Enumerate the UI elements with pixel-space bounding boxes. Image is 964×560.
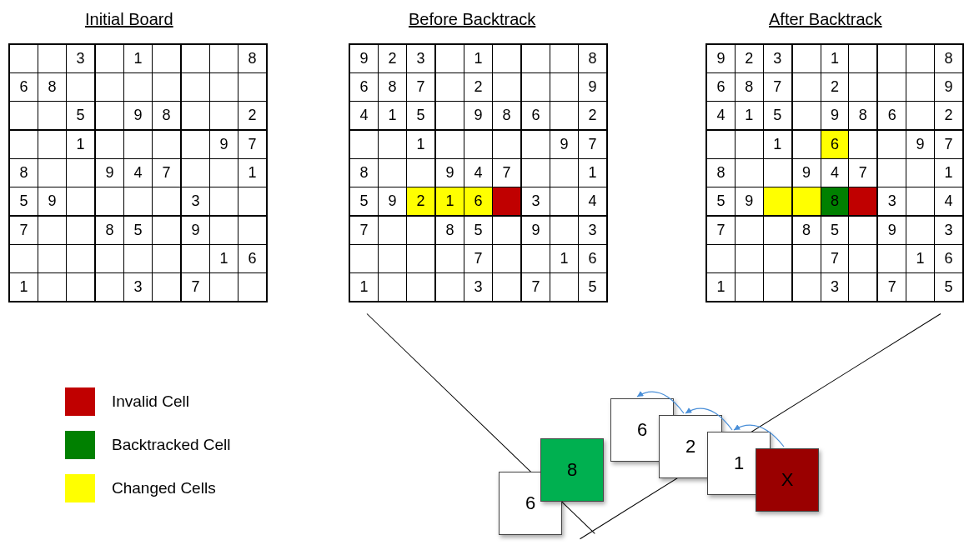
before-cell-4-0: 8 [349,159,379,188]
after-cell-4-3: 9 [792,159,821,188]
initial-cell-0-5 [153,44,182,73]
before-cell-7-6 [521,245,550,273]
after-cell-1-8: 9 [935,73,964,102]
before-cell-2-8: 2 [579,102,608,131]
initial-cell-5-0: 5 [9,188,38,217]
title-initial: Initial Board [85,10,173,29]
before-cell-0-5 [493,44,522,73]
before-cell-0-1: 2 [379,44,407,73]
before-cell-7-2 [407,245,436,273]
before-cell-4-6 [521,159,550,188]
initial-cell-6-2 [67,216,96,245]
after-cell-8-6: 7 [877,273,906,302]
initial-cell-0-1 [38,44,67,73]
before-cell-1-2: 7 [407,73,436,102]
after-cell-3-2: 1 [763,130,791,159]
initial-cell-8-3 [95,273,124,302]
after-cell-4-7 [906,159,935,188]
after-cell-3-8: 7 [935,130,964,159]
before-cell-1-7 [550,73,579,102]
before-cell-1-1: 8 [379,73,407,102]
before-cell-8-0: 1 [349,273,379,302]
after-cell-3-0 [706,130,735,159]
initial-cell-0-3 [95,44,124,73]
initial-cell-8-2 [67,273,96,302]
before-cell-4-1 [379,159,407,188]
after-cell-5-5 [849,188,877,217]
after-cell-4-2 [763,159,791,188]
before-cell-6-8: 3 [579,216,608,245]
before-cell-5-5 [493,188,522,217]
before-cell-0-8: 8 [579,44,608,73]
swatch-invalid [65,388,95,416]
after-cell-0-0: 9 [706,44,735,73]
after-cell-3-4: 6 [821,130,849,159]
before-cell-5-8: 4 [579,188,608,217]
board-initial: 31868598219789471593785916137 [8,43,268,302]
initial-cell-3-2: 1 [67,130,96,159]
initial-cell-0-4: 1 [124,44,153,73]
initial-cell-2-2: 5 [67,102,96,131]
initial-cell-7-1 [38,245,67,273]
before-cell-8-7 [550,273,579,302]
initial-cell-3-8: 7 [238,130,268,159]
before-cell-7-0 [349,245,379,273]
before-cell-4-7 [550,159,579,188]
initial-cell-3-1 [38,130,67,159]
before-cell-3-1 [379,130,407,159]
initial-cell-2-1 [38,102,67,131]
before-cell-6-6: 9 [521,216,550,245]
before-cell-5-3: 1 [435,188,464,217]
initial-cell-2-6 [181,102,210,131]
initial-cell-1-5 [153,73,182,102]
initial-cell-4-3: 9 [95,159,124,188]
after-cell-0-3 [792,44,821,73]
initial-cell-7-0 [9,245,38,273]
before-cell-4-4: 4 [464,159,493,188]
after-cell-1-1: 8 [735,73,763,102]
before-cell-0-3 [435,44,464,73]
board-before: 9231868729415986219789471592163478593716… [349,43,608,302]
initial-cell-0-6 [181,44,210,73]
before-cell-4-2 [407,159,436,188]
initial-cell-1-7 [210,73,238,102]
initial-cell-0-0 [9,44,38,73]
before-cell-2-4: 9 [464,102,493,131]
after-cell-0-1: 2 [735,44,763,73]
initial-cell-4-7 [210,159,238,188]
after-cell-6-6: 9 [877,216,906,245]
initial-cell-6-1 [38,216,67,245]
initial-cell-6-7 [210,216,238,245]
before-cell-2-6: 6 [521,102,550,131]
after-cell-4-0: 8 [706,159,735,188]
after-cell-1-3 [792,73,821,102]
before-cell-5-2: 2 [407,188,436,217]
after-cell-7-0 [706,245,735,273]
initial-cell-5-4 [124,188,153,217]
legend-label-invalid: Invalid Cell [112,392,189,411]
initial-cell-6-4: 5 [124,216,153,245]
before-cell-6-7 [550,216,579,245]
before-cell-8-8: 5 [579,273,608,302]
before-cell-6-4: 5 [464,216,493,245]
board-after: 9231868729415986216978947159834785937161… [705,43,964,302]
initial-cell-7-2 [67,245,96,273]
initial-cell-6-6: 9 [181,216,210,245]
after-cell-1-5 [849,73,877,102]
initial-cell-2-8: 2 [238,102,268,131]
after-cell-8-0: 1 [706,273,735,302]
before-cell-5-4: 6 [464,188,493,217]
legend-label-changed: Changed Cells [112,479,216,498]
initial-cell-7-6 [181,245,210,273]
after-cell-2-4: 9 [821,102,849,131]
initial-cell-7-7: 1 [210,245,238,273]
stack-tile-2-label: 6 [637,419,647,441]
before-cell-1-4: 2 [464,73,493,102]
after-cell-5-2 [763,188,791,217]
initial-cell-8-6: 7 [181,273,210,302]
stack-tile-1-green: 8 [540,438,604,502]
after-cell-7-2 [763,245,791,273]
initial-cell-8-0: 1 [9,273,38,302]
stack-tile-3-label: 2 [685,436,695,458]
after-cell-4-8: 1 [935,159,964,188]
